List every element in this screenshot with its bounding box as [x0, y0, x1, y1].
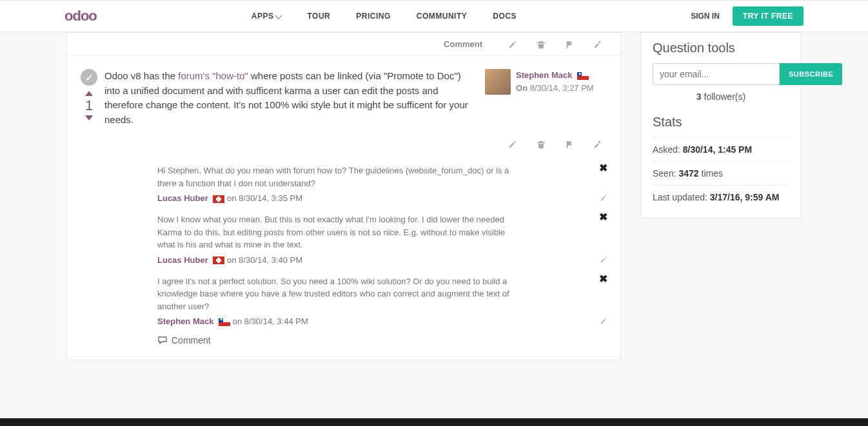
- howto-link[interactable]: forum's "how-to": [178, 70, 248, 81]
- flag-chile-icon: [219, 318, 230, 326]
- flag-swiss-icon: [213, 257, 224, 264]
- edit-icon[interactable]: [508, 140, 517, 149]
- trash-icon[interactable]: [537, 40, 546, 49]
- subscribe-button[interactable]: SUBSCRIBE: [780, 63, 842, 85]
- magic-icon[interactable]: [593, 140, 602, 149]
- upvote-icon[interactable]: [85, 91, 93, 96]
- email-input[interactable]: [653, 63, 780, 85]
- comment-author-link[interactable]: Lucas Huber: [157, 255, 208, 265]
- comment-item: Hi Stephen, What do you mean with forum …: [157, 159, 607, 208]
- nav-right: SIGN IN TRY IT FREE: [691, 6, 804, 26]
- edit-comment-icon[interactable]: [600, 256, 607, 264]
- nav-apps-label: APPS: [252, 12, 274, 21]
- accept-check-icon[interactable]: ✓: [81, 69, 97, 86]
- sidebar: Question tools SUBSCRIBE 3 follower(s) S…: [640, 32, 802, 360]
- try-free-button[interactable]: TRY IT FREE: [733, 6, 804, 26]
- nav-docs[interactable]: DOCS: [493, 12, 517, 21]
- flag-icon[interactable]: [565, 140, 574, 149]
- vote-count: 1: [85, 97, 93, 114]
- top-navbar: odoo APPS TOUR PRICING COMMUNITY DOCS SI…: [0, 0, 868, 32]
- downvote-icon[interactable]: [85, 115, 93, 121]
- vote-column: ✓ 1: [74, 69, 104, 127]
- on-date: 8/30/14, 3:27 PM: [530, 83, 594, 93]
- edit-comment-icon[interactable]: [600, 317, 607, 325]
- followers-count: 3 follower(s): [653, 92, 789, 102]
- edit-icon[interactable]: [508, 40, 517, 49]
- main-nav: APPS TOUR PRICING COMMUNITY DOCS: [252, 12, 517, 21]
- trash-icon[interactable]: [537, 140, 546, 149]
- comment-text: Now I know what you mean. But this is no…: [157, 213, 518, 251]
- question-tools-title: Question tools: [653, 41, 789, 55]
- footer: Website made with odoo: [0, 418, 868, 426]
- edit-comment-icon[interactable]: [600, 194, 607, 202]
- delete-comment-icon[interactable]: ✖: [599, 273, 607, 285]
- comment-link[interactable]: Comment: [444, 39, 482, 49]
- nav-apps[interactable]: APPS: [252, 12, 282, 21]
- stat-asked: Asked: 8/30/14, 1:45 PM: [653, 137, 789, 161]
- comment-author-link[interactable]: Stephen Mack: [157, 316, 213, 326]
- answer-post: ✓ 1 Stephen Mack On 8/30/14, 3:27 PM Odo…: [67, 56, 620, 133]
- flag-icon[interactable]: [565, 40, 574, 49]
- author-name-link[interactable]: Stephen Mack: [516, 70, 572, 80]
- comment-item: I agree it's not a perfect solution. So …: [157, 270, 607, 332]
- delete-comment-icon[interactable]: ✖: [599, 162, 607, 174]
- post-toolbar: Comment: [67, 33, 620, 56]
- comments-block: Hi Stephen, What do you mean with forum …: [157, 159, 620, 360]
- comment-text: Hi Stephen, What do you mean with forum …: [157, 164, 518, 189]
- subscribe-row: SUBSCRIBE: [653, 63, 789, 85]
- main-content: Comment ✓ 1 Stephen Mack On: [66, 32, 621, 360]
- delete-comment-icon[interactable]: ✖: [599, 211, 607, 223]
- comment-date: on 8/30/14, 3:35 PM: [227, 193, 302, 203]
- stat-seen: Seen: 3472 times: [653, 161, 789, 185]
- logo[interactable]: odoo: [64, 8, 97, 24]
- magic-icon[interactable]: [593, 40, 602, 49]
- flag-swiss-icon: [213, 195, 224, 203]
- stat-updated: Last updated: 3/17/16, 9:59 AM: [653, 185, 789, 209]
- add-comment-label: Comment: [172, 335, 211, 345]
- comment-date: on 8/30/14, 3:44 PM: [233, 316, 308, 326]
- flag-chile-icon: [577, 72, 589, 80]
- avatar[interactable]: [485, 69, 511, 95]
- comment-date: on 8/30/14, 3:40 PM: [227, 255, 302, 265]
- nav-pricing[interactable]: PRICING: [356, 12, 391, 21]
- nav-tour[interactable]: TOUR: [307, 12, 330, 21]
- on-label: On: [516, 83, 528, 93]
- comment-author-link[interactable]: Lucas Huber: [157, 193, 208, 203]
- comment-item: Now I know what you mean. But this is no…: [157, 208, 607, 270]
- chevron-down-icon: [275, 12, 282, 19]
- add-comment-link[interactable]: Comment: [157, 331, 607, 353]
- comment-text: I agree it's not a perfect solution. So …: [157, 275, 518, 313]
- stats-title: Stats: [653, 115, 789, 130]
- author-box: Stephen Mack On 8/30/14, 3:27 PM: [485, 69, 607, 95]
- speech-bubble-icon: [157, 335, 168, 345]
- answer-toolbar: [67, 133, 620, 159]
- nav-community[interactable]: COMMUNITY: [417, 12, 468, 21]
- signin-link[interactable]: SIGN IN: [691, 12, 720, 21]
